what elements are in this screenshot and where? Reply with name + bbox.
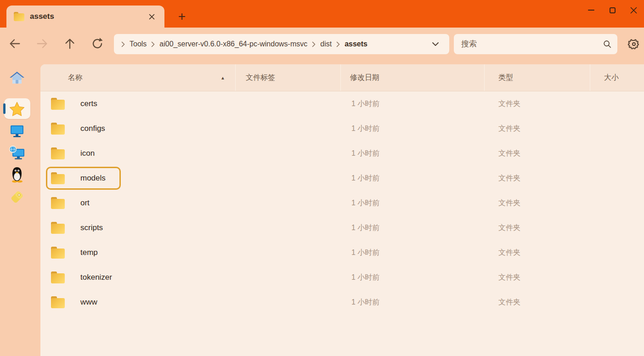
folder-icon bbox=[51, 271, 65, 283]
column-header-modified[interactable]: 修改日期 bbox=[341, 64, 485, 91]
file-modified: 1 小时前 bbox=[341, 265, 485, 290]
folder-icon bbox=[51, 222, 65, 234]
window-controls bbox=[581, 0, 644, 20]
sidebar-item-linux[interactable] bbox=[8, 166, 26, 183]
sidebar-item-starred[interactable] bbox=[8, 100, 26, 118]
search-input[interactable] bbox=[461, 40, 603, 49]
file-item[interactable]: www bbox=[46, 291, 113, 314]
refresh-button[interactable] bbox=[88, 34, 107, 53]
chevron-down-icon bbox=[432, 42, 439, 46]
file-row[interactable]: certs 1 小时前 文件夹 bbox=[40, 91, 644, 116]
sidebar-item-network[interactable] bbox=[8, 144, 26, 161]
sidebar-item-this-pc[interactable] bbox=[8, 122, 26, 140]
file-size bbox=[590, 290, 644, 315]
file-modified: 1 小时前 bbox=[341, 240, 485, 265]
breadcrumb-segment[interactable]: assets bbox=[345, 40, 367, 48]
home-icon bbox=[9, 71, 25, 85]
file-row[interactable]: scripts 1 小时前 文件夹 bbox=[40, 215, 644, 240]
tab-assets[interactable]: assets bbox=[6, 6, 164, 28]
file-size bbox=[590, 141, 644, 166]
column-header-type[interactable]: 类型 bbox=[485, 64, 590, 91]
file-size bbox=[590, 191, 644, 215]
file-tags bbox=[236, 116, 341, 141]
column-header-name[interactable]: 名称 ▲ bbox=[40, 64, 236, 91]
titlebar: assets + bbox=[0, 0, 644, 28]
arrow-right-icon bbox=[35, 36, 50, 51]
file-name: scripts bbox=[80, 223, 103, 232]
linux-penguin-icon bbox=[9, 166, 25, 183]
back-button[interactable] bbox=[6, 34, 24, 53]
maximize-button[interactable] bbox=[602, 1, 623, 19]
file-modified: 1 小时前 bbox=[341, 166, 485, 191]
tab-close-button[interactable] bbox=[145, 10, 158, 23]
star-icon bbox=[9, 101, 25, 117]
file-item[interactable]: configs bbox=[46, 117, 120, 140]
folder-icon bbox=[51, 296, 65, 308]
tag-icon bbox=[9, 189, 25, 205]
search-icon bbox=[603, 40, 612, 49]
file-item[interactable]: icon bbox=[46, 142, 110, 165]
minimize-button[interactable] bbox=[581, 1, 602, 19]
column-label: 修改日期 bbox=[350, 73, 379, 83]
folder-icon bbox=[51, 123, 65, 135]
file-item[interactable]: tokenizer bbox=[46, 266, 127, 289]
file-type: 文件夹 bbox=[485, 290, 590, 315]
file-name: temp bbox=[80, 248, 98, 257]
file-tags bbox=[236, 265, 341, 290]
minimize-icon bbox=[588, 10, 594, 11]
network-icon bbox=[9, 145, 25, 160]
file-item[interactable]: certs bbox=[46, 92, 113, 115]
gear-icon bbox=[628, 38, 640, 50]
column-header-tags[interactable]: 文件标签 bbox=[236, 64, 341, 91]
file-item[interactable]: models bbox=[46, 167, 121, 190]
file-row[interactable]: www 1 小时前 文件夹 bbox=[40, 290, 644, 315]
file-size bbox=[590, 166, 644, 191]
table-header: 名称 ▲ 文件标签 修改日期 类型 大小 bbox=[40, 64, 644, 91]
folder-icon bbox=[51, 172, 65, 184]
breadcrumb-segments: Toolsai00_server-v0.6.0-x86_64-pc-window… bbox=[119, 40, 369, 48]
file-name: tokenizer bbox=[80, 273, 112, 282]
file-row[interactable]: models 1 小时前 文件夹 bbox=[40, 166, 644, 191]
file-row[interactable]: icon 1 小时前 文件夹 bbox=[40, 141, 644, 166]
file-type: 文件夹 bbox=[485, 141, 590, 166]
refresh-icon bbox=[90, 37, 104, 51]
file-row[interactable]: configs 1 小时前 文件夹 bbox=[40, 116, 644, 141]
file-modified: 1 小时前 bbox=[341, 116, 485, 141]
forward-button[interactable] bbox=[33, 34, 51, 53]
arrow-left-icon bbox=[7, 36, 22, 51]
file-manager-window: assets + bbox=[0, 0, 644, 356]
close-button[interactable] bbox=[623, 1, 644, 19]
settings-button[interactable] bbox=[625, 34, 643, 54]
file-item[interactable]: temp bbox=[46, 241, 113, 264]
breadcrumb-segment[interactable]: ai00_server-v0.6.0-x86_64-pc-windows-msv… bbox=[159, 40, 307, 48]
column-label: 类型 bbox=[498, 73, 513, 83]
file-name: configs bbox=[80, 124, 105, 133]
file-browser-panel: 名称 ▲ 文件标签 修改日期 类型 大小 certs bbox=[40, 64, 644, 356]
file-item[interactable]: ort bbox=[46, 192, 105, 215]
file-modified: 1 小时前 bbox=[341, 91, 485, 116]
file-row[interactable]: temp 1 小时前 文件夹 bbox=[40, 240, 644, 265]
file-tags bbox=[236, 290, 341, 315]
search-box[interactable] bbox=[454, 34, 617, 54]
column-header-size[interactable]: 大小 bbox=[590, 64, 644, 91]
chevron-right-icon bbox=[151, 41, 155, 47]
file-item[interactable]: scripts bbox=[46, 216, 118, 239]
breadcrumb-segment[interactable]: dist bbox=[320, 40, 332, 48]
file-modified: 1 小时前 bbox=[341, 215, 485, 240]
column-label: 文件标签 bbox=[246, 73, 275, 83]
file-name: www bbox=[80, 298, 97, 307]
file-row[interactable]: tokenizer 1 小时前 文件夹 bbox=[40, 265, 644, 290]
file-name: ort bbox=[80, 198, 90, 208]
folder-icon bbox=[51, 98, 65, 110]
sidebar-item-home[interactable] bbox=[8, 69, 26, 87]
up-button[interactable] bbox=[61, 34, 79, 53]
breadcrumb[interactable]: Toolsai00_server-v0.6.0-x86_64-pc-window… bbox=[114, 34, 449, 54]
breadcrumb-dropdown-button[interactable] bbox=[428, 40, 443, 48]
file-row[interactable]: ort 1 小时前 文件夹 bbox=[40, 191, 644, 215]
file-type: 文件夹 bbox=[485, 166, 590, 191]
sidebar-item-tags[interactable] bbox=[8, 188, 26, 206]
new-tab-button[interactable]: + bbox=[174, 8, 190, 25]
tab-label: assets bbox=[30, 12, 145, 21]
breadcrumb-segment[interactable]: Tools bbox=[130, 40, 147, 48]
file-type: 文件夹 bbox=[485, 91, 590, 116]
